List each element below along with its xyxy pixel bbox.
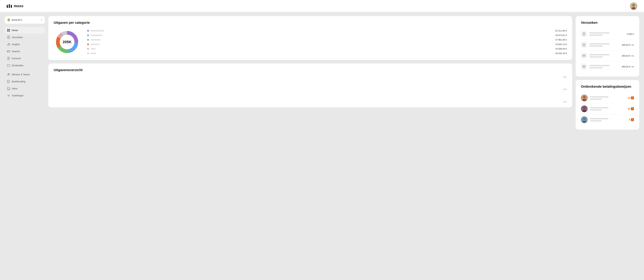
legend-value-1: 43.874,61 €: [550, 34, 567, 36]
missing-info-1: [590, 107, 625, 111]
verzoeken-chevron-icon: ›: [42, 36, 42, 38]
svg-rect-0: [7, 5, 8, 8]
request-bar-top-2: [589, 54, 610, 55]
receipt-icon: [7, 36, 10, 39]
person-avatar-1: [581, 106, 588, 112]
missing-alert-1: !: [631, 107, 634, 110]
missing-number-2: 5: [629, 118, 630, 121]
gear-icon: [7, 94, 10, 97]
chart-y-labels: 300k 200k 100k: [563, 76, 567, 103]
missing-bar-top-2: [590, 118, 608, 119]
donut-chart: 205K: [54, 29, 80, 55]
y-label-200k: 200k: [563, 88, 567, 90]
sidebar-item-boekhouding[interactable]: Boekhouding ›: [5, 78, 45, 85]
legend-item-5: 20.542,23 €: [87, 52, 567, 55]
missing-info-0: [590, 96, 625, 100]
missing-bar-top-1: [590, 107, 608, 109]
user-avatar[interactable]: [630, 2, 637, 10]
missing-bar-bottom-0: [590, 98, 602, 100]
legend-value-2: 37.961,85 €: [550, 38, 567, 41]
sidebar-item-inbox[interactable]: Inbox: [5, 85, 45, 92]
sidebar-item-declaraties[interactable]: Declaraties ›: [5, 62, 45, 69]
legend-item-2: 37.961,85 €: [87, 38, 567, 41]
request-bar-top-0: [589, 32, 610, 34]
missing-item-2[interactable]: 5 !: [581, 114, 634, 125]
overview-card-title: Uitgavenoverzicht: [54, 68, 567, 72]
missing-item-1[interactable]: 24 !: [581, 103, 634, 114]
svg-point-53: [583, 118, 586, 120]
card-icon: [7, 50, 10, 53]
svg-rect-9: [9, 30, 10, 32]
legend-dot-1: [87, 34, 89, 36]
request-info-1: [589, 43, 620, 47]
request-info-2: [589, 54, 620, 58]
svg-rect-40: [582, 55, 585, 57]
request-calendar-icon-3: [581, 64, 587, 70]
legend-dot-4: [87, 48, 89, 50]
missing-count-2: 5 !: [629, 118, 634, 121]
sidebar-item-kaarten[interactable]: Kaarten ›: [5, 48, 45, 55]
missing-receipts-title: Ontbrekende betalingsbewijzen: [581, 85, 634, 89]
sidebar: Acme B.V. ▾ Home: [5, 16, 45, 276]
missing-count-0: 13 !: [628, 96, 634, 99]
svg-rect-2: [11, 5, 12, 8]
request-item-1[interactable]: 800,00 € / m: [581, 39, 634, 50]
sidebar-item-home[interactable]: Home: [5, 27, 45, 33]
request-card-icon-2: [581, 53, 587, 59]
person-avatar-0: [581, 95, 588, 101]
inbox-icon: [7, 87, 10, 90]
boekhouding-chevron-icon: ›: [42, 81, 42, 83]
legend-bar-3: [90, 44, 100, 45]
legend-dot-2: [87, 39, 89, 41]
request-item-3[interactable]: 800,00 € / m: [581, 61, 634, 72]
bar-chart-wrapper: 300k 200k 100k: [54, 76, 567, 103]
content-area: Uitgaven per categorie: [48, 16, 639, 276]
verzoeken-title: Verzoeken: [581, 21, 634, 25]
missing-alert-0: !: [631, 96, 634, 99]
missing-alert-2: !: [631, 118, 634, 121]
logo-icon: [7, 4, 12, 8]
content-right: Verzoeken 2.000 €: [576, 16, 639, 276]
sidebar-item-insights[interactable]: Insights ›: [5, 41, 45, 47]
svg-rect-23: [8, 80, 10, 83]
request-bar-bottom-2: [589, 56, 603, 58]
company-selector[interactable]: Acme B.V. ▾: [5, 16, 45, 24]
missing-info-2: [590, 118, 626, 122]
instellingen-chevron-icon: ›: [42, 95, 42, 97]
sidebar-item-instellingen-label: Instellingen: [12, 94, 40, 97]
sidebar-item-kaarten-label: Kaarten: [12, 50, 40, 53]
bar-chart: 300k 200k 100k: [54, 76, 567, 103]
topbar: moss: [0, 0, 644, 12]
sidebar-item-mensen-label: Mensen & Teams: [12, 73, 42, 76]
legend-dot-3: [87, 43, 89, 45]
legend-item-3: 33.842,13 €: [87, 43, 567, 45]
legend-value-0: 52.311,84 €: [550, 29, 567, 32]
overview-card: Uitgavenoverzicht: [48, 63, 572, 108]
legend-dot-5: [87, 53, 89, 54]
category-card-title: Uitgaven per categorie: [54, 21, 567, 25]
sidebar-item-verzoeken-label: Verzoeken: [12, 36, 40, 39]
people-icon: [7, 73, 10, 76]
missing-item-0[interactable]: 13 !: [581, 93, 634, 103]
missing-bar-bottom-1: [590, 109, 602, 111]
donut-total-label: 205K: [63, 40, 72, 44]
y-label-300k: 300k: [563, 76, 567, 78]
legend-bar-1: [90, 35, 102, 36]
request-bar-top-3: [589, 65, 610, 66]
doc-icon: [7, 57, 10, 60]
svg-point-21: [8, 73, 9, 74]
sidebar-item-insights-label: Insights: [12, 43, 40, 46]
content-left: Uitgaven per categorie: [48, 16, 572, 276]
verzoeken-card: Verzoeken 2.000 €: [576, 16, 639, 77]
sidebar-item-facturen-label: Facturen: [12, 57, 40, 60]
svg-rect-1: [9, 4, 10, 8]
legend-bar-4: [90, 48, 96, 50]
request-bar-top-1: [589, 43, 610, 44]
sidebar-item-instellingen[interactable]: Instellingen ›: [5, 92, 45, 99]
request-item-2[interactable]: 800,00 € / m: [581, 50, 634, 61]
legend-bar-5: [90, 53, 96, 54]
sidebar-item-facturen[interactable]: Facturen ›: [5, 55, 45, 62]
sidebar-item-verzoeken[interactable]: Verzoeken ›: [5, 34, 45, 40]
sidebar-item-mensen[interactable]: Mensen & Teams: [5, 71, 45, 78]
request-item-0[interactable]: 2.000 €: [581, 29, 634, 39]
